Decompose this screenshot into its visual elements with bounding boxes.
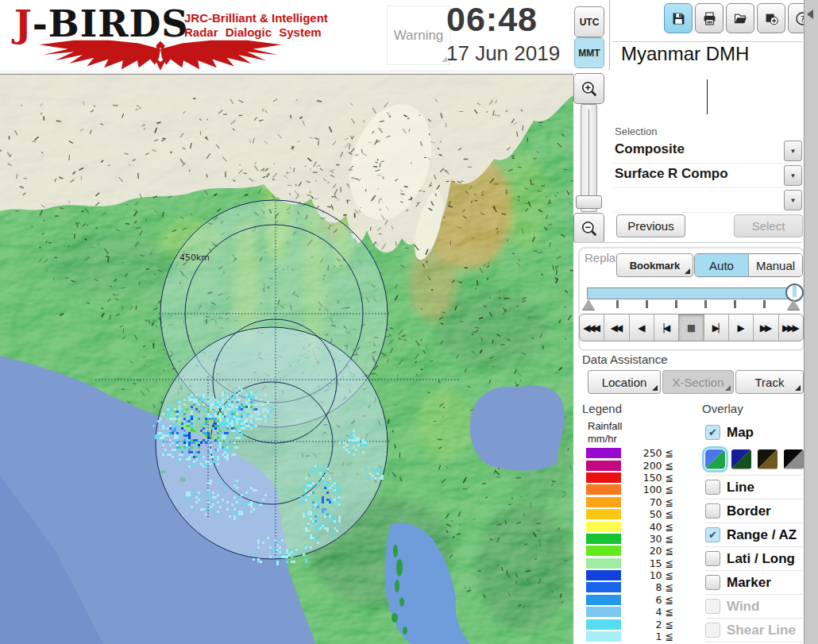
legend-color-swatch xyxy=(586,509,621,519)
checkbox-icon[interactable]: ✔ xyxy=(705,503,720,519)
legend-value: 200 ≦ xyxy=(621,460,673,472)
print-button[interactable] xyxy=(695,3,723,33)
selection-dropdown-3[interactable]: ▼ xyxy=(613,188,802,213)
slider-tick xyxy=(763,300,766,308)
replay-range-end-marker[interactable] xyxy=(787,299,800,310)
zoom-in-button[interactable] xyxy=(573,73,604,104)
checkbox-icon[interactable]: ✔ xyxy=(705,575,720,590)
select-button: Select xyxy=(734,214,803,237)
track-button[interactable]: Track xyxy=(735,370,804,394)
legend-row: 4 ≦ xyxy=(586,606,673,618)
legend-color-swatch xyxy=(586,619,621,630)
collapse-arrow-icon[interactable] xyxy=(807,10,813,19)
legend-row: 8 ≦ xyxy=(586,581,673,593)
legend-row: 100 ≦ xyxy=(586,484,673,496)
legend-color-swatch xyxy=(586,595,621,605)
logo-tagline: JRC-Brilliant & Intelligent Radar Dialog… xyxy=(184,11,328,40)
overlay-shear-line[interactable]: ✔ Shear Line xyxy=(705,618,802,642)
overlay-item-label: Map xyxy=(727,425,754,441)
checkbox-icon[interactable]: ✔ xyxy=(705,527,720,542)
overlay-lati-long[interactable]: ✔ Lati / Long xyxy=(705,546,802,570)
legend-color-swatch xyxy=(586,448,621,458)
header-separator xyxy=(609,0,610,70)
zoom-slider-thumb[interactable] xyxy=(576,195,602,209)
replay-timeline-slider[interactable] xyxy=(587,287,798,299)
checkbox-icon[interactable]: ✔ xyxy=(705,480,720,495)
checkbox-icon[interactable]: ✔ xyxy=(705,551,720,566)
playback-play-button[interactable]: ▶ xyxy=(729,314,754,341)
playback-fast-forward-button[interactable]: ▶▶ xyxy=(754,314,778,341)
warning-button[interactable]: Warning xyxy=(387,6,450,65)
playback-jump-end-button[interactable]: ▶▶▶ xyxy=(779,314,803,341)
legend-value: 250 ≦ xyxy=(621,447,673,459)
legend-value: 150 ≦ xyxy=(621,472,673,484)
toolbar-separator xyxy=(612,41,802,42)
chevron-down-icon[interactable]: ▼ xyxy=(784,190,802,210)
checkbox-icon[interactable]: ✔ xyxy=(705,623,720,638)
playback-step-forward-button[interactable]: ▶| xyxy=(704,314,729,341)
checkbox-icon[interactable]: ✔ xyxy=(705,599,720,614)
playback-fast-rewind-button[interactable]: ◀◀ xyxy=(604,314,629,341)
legend-value: 100 ≦ xyxy=(621,484,673,496)
legend-color-swatch xyxy=(586,522,621,532)
previous-button[interactable]: Previous xyxy=(616,214,685,237)
playback-stop-button[interactable]: ■ xyxy=(679,314,704,341)
map-style-swatch[interactable] xyxy=(758,449,777,469)
playback-jump-start-button[interactable]: ◀◀◀ xyxy=(580,314,604,341)
overlay-wind[interactable]: ✔ Wind xyxy=(705,594,802,618)
legend-row: 1 ≦ xyxy=(586,631,673,642)
overlay-range-az[interactable]: ✔ Range / AZ xyxy=(705,523,802,546)
checkbox-checked-icon[interactable]: ✔ xyxy=(705,425,720,440)
playback-step-back-button[interactable]: |◀ xyxy=(654,314,679,341)
utc-button[interactable]: UTC xyxy=(574,6,604,37)
overlay-marker[interactable]: ✔ Marker xyxy=(705,570,802,594)
selection-dropdown-1[interactable]: Composite ▼ xyxy=(613,139,802,164)
legend-color-swatch xyxy=(586,472,621,483)
capture-button[interactable] xyxy=(757,3,785,33)
save-button[interactable] xyxy=(664,3,693,33)
playback-controls: ◀◀◀ ◀◀ ◀ |◀ ■ ▶| ▶ ▶▶ ▶▶▶ xyxy=(579,314,804,341)
zoom-in-icon xyxy=(581,80,598,98)
map-style-swatch[interactable] xyxy=(705,449,725,469)
replay-range-start-marker[interactable] xyxy=(582,299,595,310)
bookmark-button[interactable]: Bookmark xyxy=(616,253,693,277)
save-icon xyxy=(672,12,685,25)
selection-dropdown-2[interactable]: Surface R Compo ▼ xyxy=(613,164,802,188)
logo-title: J-BIRDS xyxy=(14,4,189,44)
selection-label: Selection xyxy=(615,125,657,137)
legend-value: 15 ≦ xyxy=(621,557,673,569)
auto-button[interactable]: Auto xyxy=(695,254,749,276)
legend-color-swatch xyxy=(586,534,621,544)
panel-collapse-strip[interactable] xyxy=(804,0,818,644)
slider-tick xyxy=(675,300,677,308)
open-button[interactable] xyxy=(726,3,754,33)
mmt-button[interactable]: MMT xyxy=(574,37,604,68)
overlay-line[interactable]: ✔ Line xyxy=(705,475,802,499)
overlay-panel: ✔ Map ✔ xyxy=(705,421,802,644)
legend-row: 30 ≦ xyxy=(586,533,673,545)
overlay-border[interactable]: ✔ Border xyxy=(705,499,802,523)
toolbar: ? xyxy=(664,3,816,33)
logo-tagline-line2: Radar Dialogic System xyxy=(184,25,328,40)
location-button[interactable]: Location xyxy=(588,370,661,394)
print-icon xyxy=(703,12,716,25)
slider-tick xyxy=(646,300,648,308)
legend-value: 8 ≦ xyxy=(621,581,673,593)
legend-value: 50 ≦ xyxy=(621,508,673,520)
overlay-map[interactable]: ✔ Map xyxy=(705,421,802,444)
map-style-swatch[interactable] xyxy=(784,449,804,469)
selection-dropdown-1-value: Composite xyxy=(615,141,685,157)
chevron-down-icon[interactable]: ▼ xyxy=(784,165,802,186)
playback-play-backward-button[interactable]: ◀ xyxy=(630,314,654,341)
overlay-item-label: Line xyxy=(727,480,754,496)
legend-color-swatch xyxy=(586,558,621,569)
radar-map[interactable]: 450km xyxy=(0,70,573,644)
data-assistance-label: Data Assistance xyxy=(582,353,668,366)
clock-date: 17 Jun 2019 xyxy=(446,41,560,66)
overlay-item-label: Range / AZ xyxy=(727,527,797,543)
zoom-out-button[interactable] xyxy=(573,213,604,244)
chevron-down-icon[interactable]: ▼ xyxy=(784,141,802,161)
legend-value: 70 ≦ xyxy=(621,496,673,508)
map-style-swatch[interactable] xyxy=(731,449,751,469)
manual-button[interactable]: Manual xyxy=(749,254,802,276)
